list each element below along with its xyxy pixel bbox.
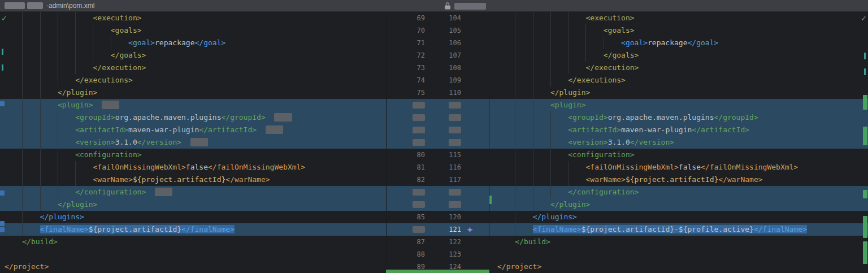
code-line[interactable]: <goal>repackage</goal> — [0, 37, 386, 49]
redacted-text — [102, 101, 119, 109]
code-line[interactable]: <version>3.1.0</version> — [489, 136, 868, 149]
code-line[interactable]: </plugin> — [0, 198, 386, 211]
code-line[interactable]: <execution> — [489, 12, 868, 24]
gutter-row[interactable]: 72107 — [387, 49, 489, 62]
code-line[interactable]: <artifactId>maven-war-plugin</artifactId… — [0, 124, 386, 136]
line-number-left: 73 — [387, 64, 428, 72]
code-line[interactable]: </configuration> — [489, 186, 868, 198]
gutter-row[interactable] — [387, 186, 489, 198]
code-line[interactable]: <failOnMissingWebXml>false</failOnMissin… — [0, 161, 386, 174]
code-line[interactable]: <groupId>org.apache.maven.plugins</group… — [0, 111, 386, 124]
gutter-row[interactable]: 81116 — [387, 161, 489, 174]
gutter-row[interactable]: 74109 — [387, 74, 489, 86]
indent-guide — [5, 161, 22, 174]
ai-star-icon[interactable] — [467, 227, 473, 233]
code-line[interactable]: <version>3.1.0</version> — [0, 136, 386, 149]
gutter-row[interactable]: 82117 — [387, 174, 489, 186]
code-line[interactable]: </plugins> — [0, 211, 386, 223]
code-line[interactable]: </project> — [489, 261, 868, 273]
gutter-row[interactable]: 121 — [387, 223, 489, 236]
indent-guide — [5, 37, 22, 49]
code-line[interactable]: <execution> — [0, 12, 386, 24]
code-line[interactable]: </goals> — [489, 49, 868, 62]
gutter-row[interactable]: 73108 — [387, 62, 489, 74]
indent-guide — [497, 161, 515, 174]
gutter-row[interactable]: 87122 — [387, 236, 489, 248]
gutter-row[interactable] — [387, 111, 489, 124]
gutter-row[interactable]: 70105 — [387, 24, 489, 37]
code-line[interactable]: <failOnMissingWebXml>false</failOnMissin… — [489, 161, 868, 174]
code-line[interactable] — [489, 248, 868, 261]
indent-guide — [22, 186, 40, 198]
code-line[interactable]: <configuration> — [489, 149, 868, 161]
code-line[interactable]: </project> — [0, 261, 386, 273]
indent-guide — [22, 136, 40, 149]
code-line[interactable]: </plugin> — [0, 86, 386, 99]
code-line[interactable]: </executions> — [0, 74, 386, 86]
code-line[interactable]: </build> — [489, 236, 868, 248]
gutter-row[interactable]: 69104 — [387, 12, 489, 24]
code-token: <failOnMissingWebXml> — [93, 163, 185, 171]
gutter-row[interactable] — [387, 198, 489, 211]
indent-guide — [22, 62, 40, 74]
code-line[interactable]: <warName>${project.artifactId}</warName> — [0, 174, 386, 186]
code-line[interactable]: </execution> — [489, 62, 868, 74]
code-line[interactable]: </executions> — [489, 74, 868, 86]
indent-guide — [40, 186, 58, 198]
indent-guide — [22, 37, 40, 49]
code-token: org.apache.maven.plugins — [115, 113, 222, 122]
line-number-left: 82 — [387, 176, 428, 184]
indent-guide — [515, 198, 532, 211]
code-line[interactable]: </plugin> — [489, 86, 868, 99]
code-line[interactable]: </plugins> — [489, 211, 868, 223]
gutter-row[interactable] — [387, 136, 489, 149]
code-line[interactable]: </execution> — [0, 62, 386, 74]
code-line[interactable]: <finalName>${project.artifactId}-${profi… — [489, 223, 868, 236]
code-line[interactable]: <groupId>org.apache.maven.plugins</group… — [489, 111, 868, 124]
indent-guide — [568, 24, 585, 37]
indent-guide — [515, 49, 532, 62]
indent-guide — [550, 149, 568, 161]
indent-guide — [497, 186, 515, 198]
lock-icon — [445, 2, 450, 10]
indent-guide — [497, 124, 515, 136]
line-number-left — [387, 189, 428, 196]
code-token: </plugins> — [533, 213, 577, 221]
gutter-row[interactable]: 75110 — [387, 86, 489, 99]
gutter-row[interactable]: 85120 — [387, 211, 489, 223]
indent-guide — [5, 236, 22, 248]
line-number-right: 107 — [428, 51, 463, 59]
indent-guide — [515, 211, 532, 223]
indent-guide — [5, 12, 22, 24]
code-line[interactable]: </goals> — [0, 49, 386, 62]
code-line[interactable]: <artifactId>maven-war-plugin</artifactId… — [489, 124, 868, 136]
code-line[interactable]: <plugin> — [489, 99, 868, 111]
code-line[interactable]: <goals> — [0, 24, 386, 37]
code-line[interactable]: <goal>repackage</goal> — [489, 37, 868, 49]
indent-guide — [5, 24, 22, 37]
indent-guide — [5, 211, 22, 223]
gutter-row[interactable]: 80115 — [387, 149, 489, 161]
line-number-right: 122 — [428, 238, 463, 246]
indent-guide — [497, 86, 515, 99]
gutter-row[interactable]: 71106 — [387, 37, 489, 49]
indent-guide — [550, 12, 568, 24]
code-token — [146, 188, 155, 196]
gutter-row[interactable] — [387, 99, 489, 111]
code-token: </failOnMissingWebXml> — [701, 163, 798, 171]
code-line[interactable] — [0, 248, 386, 261]
code-line[interactable]: <goals> — [489, 24, 868, 37]
code-line[interactable]: <plugin> — [0, 99, 386, 111]
code-line[interactable]: <configuration> — [0, 149, 386, 161]
gutter-row[interactable] — [387, 124, 489, 136]
indent-guide — [533, 99, 550, 111]
code-line[interactable]: <warName>${project.artifactId}</warName> — [489, 174, 868, 186]
code-line[interactable]: </build> — [0, 236, 386, 248]
code-line[interactable]: <finalName>${project.artifactId}</finalN… — [0, 223, 386, 236]
gutter-row[interactable]: 89124 — [387, 261, 489, 273]
code-token: maven-war-plugin — [128, 125, 199, 134]
code-line[interactable]: </plugin> — [489, 198, 868, 211]
code-token: </artifactId> — [692, 125, 749, 134]
code-line[interactable]: </configuration> — [0, 186, 386, 198]
gutter-row[interactable]: 88123 — [387, 248, 489, 261]
